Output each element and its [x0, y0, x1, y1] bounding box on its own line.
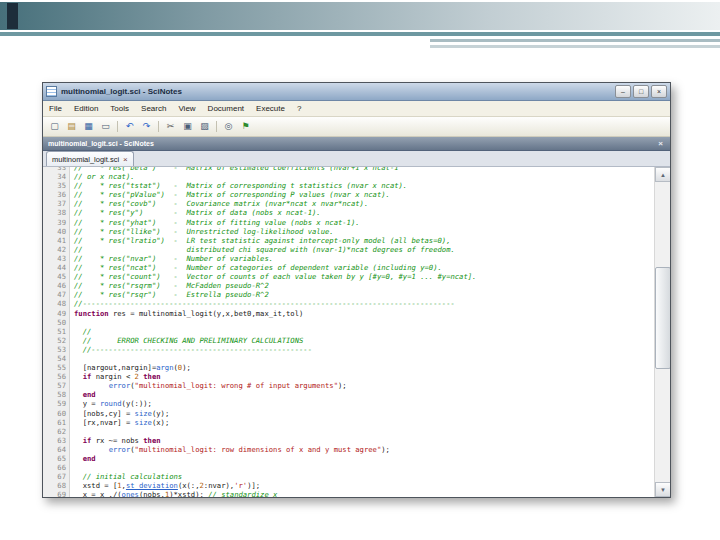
menu-item-document[interactable]: Document — [202, 103, 250, 114]
code-line: [nobs,cy] = size(y); — [74, 409, 670, 418]
save-icon[interactable]: ▦ — [81, 120, 96, 134]
slide-accent-strip — [0, 32, 720, 36]
line-number: 63 — [43, 436, 66, 445]
line-number: 49 — [43, 309, 66, 318]
dock-close-icon[interactable]: × — [656, 139, 665, 148]
print-icon[interactable]: ▭ — [98, 120, 113, 134]
close-button[interactable]: × — [651, 85, 667, 98]
code-line: end — [74, 390, 670, 399]
menu-item-file[interactable]: File — [43, 103, 68, 114]
code-editor[interactable]: 3334353637383940414243444546474849505152… — [43, 167, 670, 497]
tab-multinomial-logit[interactable]: multinomial_logit.sci × — [46, 151, 134, 166]
code-line: // distributed chi squared with (nvar-1)… — [74, 245, 670, 254]
line-number: 36 — [43, 190, 66, 199]
line-number: 69 — [43, 490, 66, 497]
line-number: 50 — [43, 318, 66, 327]
line-number: 61 — [43, 418, 66, 427]
open-file-icon[interactable]: ▤ — [64, 120, 79, 134]
toolbar: ▢▤▦▭↶↷✂▣▨◎⚑ — [43, 117, 670, 137]
redo-icon[interactable]: ↷ — [139, 120, 154, 134]
vertical-scrollbar[interactable]: ▲ ▼ — [654, 167, 670, 497]
line-number: 55 — [43, 363, 66, 372]
code-line: // initial calculations — [74, 472, 670, 481]
line-number: 42 — [43, 245, 66, 254]
dock-title-bar[interactable]: multinomial_logit.sci - SciNotes × — [43, 137, 670, 151]
code-line: if nargin < 2 then — [74, 372, 670, 381]
menu-item-execute[interactable]: Execute — [250, 103, 291, 114]
menu-bar: FileEditionToolsSearchViewDocumentExecut… — [43, 101, 670, 117]
code-line: // * res("llike") - Unrestricted log-lik… — [74, 227, 670, 236]
code-line: //--------------------------------------… — [74, 299, 670, 308]
line-number: 54 — [43, 354, 66, 363]
scroll-up-arrow[interactable]: ▲ — [655, 167, 670, 182]
menu-item-edition[interactable]: Edition — [68, 103, 104, 114]
code-line: xstd = [1,st_deviation(x(:,2:nvar),'r')]… — [74, 481, 670, 490]
restore-button[interactable]: □ — [633, 85, 649, 98]
code-line: // * res("rsqrm") - McFadden pseudo-R^2 — [74, 281, 670, 290]
scroll-down-arrow[interactable]: ▼ — [655, 482, 670, 497]
gutter-divider — [69, 167, 70, 497]
menu-item-tools[interactable]: Tools — [104, 103, 135, 114]
new-file-icon[interactable]: ▢ — [47, 120, 62, 134]
code-line: // * res("pValue") - Matrix of correspon… — [74, 190, 670, 199]
menu-item-view[interactable]: View — [172, 103, 201, 114]
menu-item-search[interactable]: Search — [135, 103, 172, 114]
line-number: 52 — [43, 336, 66, 345]
code-line: // * res("count") - Vector of counts of … — [74, 272, 670, 281]
code-line: [nargout,nargin]=argn(0); — [74, 363, 670, 372]
tab-bar: multinomial_logit.sci × — [43, 151, 670, 167]
tab-close-icon[interactable]: × — [123, 155, 128, 164]
code-line: end — [74, 454, 670, 463]
line-number: 56 — [43, 372, 66, 381]
slide: multinomial_logit.sci - SciNotes –□× Fil… — [0, 0, 720, 540]
slide-accent-strip-right-2 — [430, 45, 720, 48]
menu-item-[interactable]: ? — [291, 103, 307, 114]
line-number-gutter: 3334353637383940414243444546474849505152… — [43, 167, 69, 497]
code-line: // * res("yhat") - Matrix of fitting val… — [74, 218, 670, 227]
code-line: x = x ./(ones(nobs,1)*xstd); // standard… — [74, 490, 670, 497]
line-number: 44 — [43, 263, 66, 272]
paste-icon[interactable]: ▨ — [197, 120, 212, 134]
line-number: 37 — [43, 199, 66, 208]
line-number: 43 — [43, 254, 66, 263]
line-number: 45 — [43, 272, 66, 281]
search-icon[interactable]: ◎ — [221, 120, 236, 134]
line-number: 46 — [43, 281, 66, 290]
code-line — [74, 354, 670, 363]
code-content[interactable]: // * res("beta") - Matrix of estimated c… — [69, 167, 670, 497]
line-number: 57 — [43, 381, 66, 390]
code-line: // * res("covb") - Covariance matrix (nv… — [74, 199, 670, 208]
code-line: // * res("nvar") - Number of variables. — [74, 254, 670, 263]
code-line: error("multinomial_logit: wrong # of inp… — [74, 381, 670, 390]
code-line — [74, 427, 670, 436]
code-line: // * res("lratio") - LR test statistic a… — [74, 236, 670, 245]
cut-icon[interactable]: ✂ — [163, 120, 178, 134]
minimize-button[interactable]: – — [615, 85, 631, 98]
slide-bullet-square — [7, 3, 18, 29]
line-number: 60 — [43, 409, 66, 418]
line-number: 51 — [43, 327, 66, 336]
line-number: 53 — [43, 345, 66, 354]
line-number: 67 — [43, 472, 66, 481]
line-number: 34 — [43, 172, 66, 181]
undo-icon[interactable]: ↶ — [122, 120, 137, 134]
copy-icon[interactable]: ▣ — [180, 120, 195, 134]
code-line — [74, 318, 670, 327]
toolbar-separator — [117, 121, 118, 132]
dock-title: multinomial_logit.sci - SciNotes — [48, 140, 154, 147]
scrollbar-thumb[interactable] — [655, 267, 670, 369]
code-line: // — [74, 327, 670, 336]
code-line: [rx,nvar] = size(x); — [74, 418, 670, 427]
line-number: 40 — [43, 227, 66, 236]
tab-label: multinomial_logit.sci — [52, 155, 119, 164]
title-bar[interactable]: multinomial_logit.sci - SciNotes –□× — [43, 83, 670, 101]
code-line: // ERROR CHECKING AND PRELIMINARY CALCUL… — [74, 336, 670, 345]
app-icon — [46, 86, 57, 97]
line-number: 35 — [43, 181, 66, 190]
code-line: //--------------------------------------… — [74, 345, 670, 354]
execute-icon[interactable]: ⚑ — [238, 120, 253, 134]
line-number: 64 — [43, 445, 66, 454]
code-line: error("multinomial_logit: row dimensions… — [74, 445, 670, 454]
code-line: function res = multinomial_logit(y,x,bet… — [74, 309, 670, 318]
toolbar-separator — [216, 121, 217, 132]
